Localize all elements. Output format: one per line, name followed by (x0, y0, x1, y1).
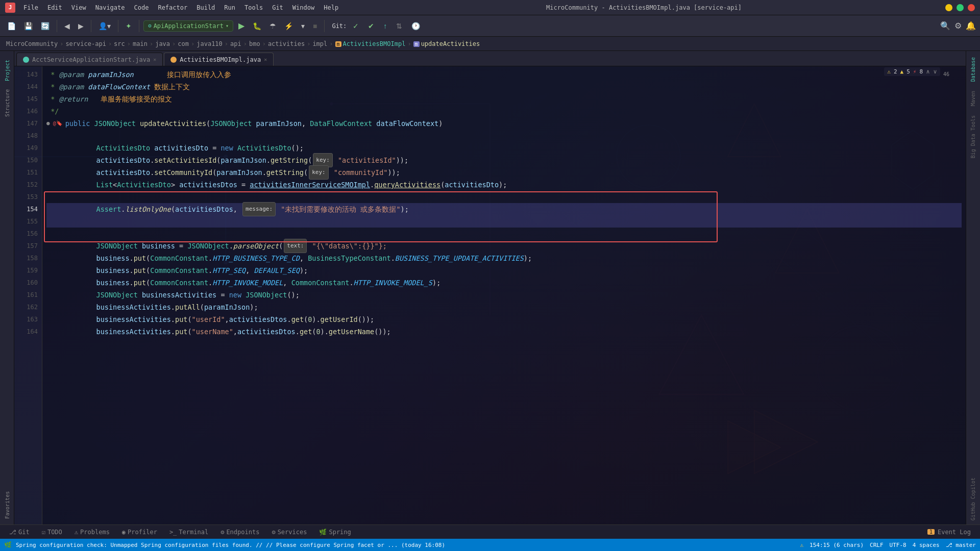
run-button[interactable]: ▶ (235, 19, 248, 33)
sidebar-item-favorites[interactable]: Favorites (1, 490, 13, 520)
code-line-163: businessActivities . put ( "userId" , ac… (46, 313, 962, 325)
git-check-2[interactable]: ✔ (365, 19, 377, 33)
status-line-separator[interactable]: CRLF (870, 542, 884, 548)
type-list-152: List (96, 179, 113, 191)
status-git-branch[interactable]: ⎇ master (946, 542, 976, 548)
var-activitiesdtos-164: activitiesDtos (237, 325, 296, 338)
stop-button[interactable]: ■ (310, 19, 320, 33)
method-updateactivities: updateActivities (140, 117, 206, 130)
code-editor[interactable]: 143 144 145 146 147 148 149 150 151 152 … (14, 66, 966, 524)
bottom-tab-spring[interactable]: 🌿 Spring (314, 528, 356, 537)
close-button[interactable] (968, 4, 975, 11)
breadcrumb-api[interactable]: api (230, 40, 241, 47)
breadcrumb-main[interactable]: main (133, 40, 148, 47)
status-indent[interactable]: 4 spaces (913, 542, 940, 548)
right-sidebar-maven[interactable]: Maven (968, 87, 978, 110)
run-configuration[interactable]: ⚙ ApiApplicationStart ▾ (143, 20, 233, 32)
breadcrumb-impl[interactable]: impl (312, 40, 327, 47)
tab-acct[interactable]: AcctServiceApplicationStart.java ✕ (16, 53, 163, 66)
menu-navigate[interactable]: Navigate (91, 3, 129, 12)
right-sidebar-copilot[interactable]: GitHub Copilot (968, 473, 978, 524)
settings-button[interactable]: ⚙ (954, 21, 962, 31)
status-branch-name: master (955, 542, 976, 548)
type-activitiesdto-2: ActivitiesDto (237, 142, 291, 154)
git-check-1[interactable]: ✓ (350, 19, 362, 33)
bottom-tab-services[interactable]: ⚙ Services (266, 528, 312, 537)
sync-button[interactable]: 🔄 (38, 19, 53, 33)
breadcrumb-activities[interactable]: activities (268, 40, 305, 47)
bottom-tab-profiler[interactable]: ◉ Profiler (117, 528, 162, 537)
line-num-146: 146 (14, 105, 38, 117)
breadcrumb-service-api[interactable]: service-api (65, 40, 106, 47)
bottom-tab-terminal[interactable]: >_ Terminal (164, 528, 213, 537)
git-fetch[interactable]: ⇅ (393, 19, 405, 33)
save-button[interactable]: 💾 (21, 19, 36, 33)
breadcrumb-microcommunity[interactable]: MicroCommunity (6, 40, 58, 47)
more-run-button[interactable]: ▾ (298, 19, 308, 33)
paren-163b: ( (304, 313, 308, 325)
bottom-tab-problems[interactable]: ⚠ Problems (69, 528, 115, 537)
notifications-button[interactable]: 🔔 (966, 21, 976, 31)
line-num-152: 152 (14, 179, 38, 191)
menu-window[interactable]: Window (288, 3, 318, 12)
menu-run[interactable]: Run (220, 3, 239, 12)
search-button[interactable]: 🔍 (940, 21, 950, 31)
call-149: (); (291, 142, 304, 154)
menu-tools[interactable]: Tools (240, 3, 267, 12)
line-num-157: 157 (14, 240, 38, 252)
minimize-button[interactable] (945, 4, 952, 11)
right-sidebar-bigdata[interactable]: Big Data Tools (968, 111, 978, 162)
tab-activities-close[interactable]: ✕ (264, 57, 267, 62)
dot-151: . (150, 166, 154, 179)
paren-164c: ). (321, 325, 329, 338)
line-num-154: 154 (14, 203, 38, 215)
menu-git[interactable]: Git (268, 3, 287, 12)
breadcrumb-com[interactable]: com (178, 40, 189, 47)
new-file-button[interactable]: 📄 (4, 19, 19, 33)
indent-151 (46, 166, 96, 179)
code-return-tag: @return (59, 93, 88, 105)
git-status: Git: ✓ ✔ ↑ ⇅ 🕐 (332, 19, 423, 33)
bottom-tab-endpoints[interactable]: ⚙ Endpoints (215, 528, 264, 537)
breadcrumb-java110[interactable]: java110 (197, 40, 223, 47)
indent-160 (46, 277, 96, 289)
git-push[interactable]: ↑ (380, 19, 390, 33)
menu-edit[interactable]: Edit (43, 3, 66, 12)
coverage-button[interactable]: ☂ (266, 19, 279, 33)
menu-file[interactable]: File (19, 3, 42, 12)
breadcrumb-bmo[interactable]: bmo (249, 40, 260, 47)
breadcrumb-src[interactable]: src (114, 40, 125, 47)
menu-build[interactable]: Build (192, 3, 219, 12)
prev-error-button[interactable]: ∧ (926, 68, 930, 75)
breadcrumb-class[interactable]: mActivitiesBMOImpl (335, 40, 406, 47)
right-sidebar-database[interactable]: Database (968, 53, 978, 86)
separator-4 (139, 20, 139, 32)
menu-bar: File Edit View Navigate Code Refactor Bu… (19, 3, 342, 12)
git-history[interactable]: 🕐 (408, 19, 423, 33)
forward-button[interactable]: ▶ (75, 19, 87, 33)
nav-dropdown[interactable]: 👤▾ (95, 19, 114, 33)
bottom-tab-todo[interactable]: ☑ TODO (37, 528, 67, 537)
back-button[interactable]: ◀ (61, 19, 73, 33)
profile-button[interactable]: ⚡ (281, 19, 296, 33)
menu-code[interactable]: Code (130, 3, 153, 12)
menu-refactor[interactable]: Refactor (154, 3, 191, 12)
status-spring-message[interactable]: Spring configuration check: Unmapped Spr… (16, 542, 445, 548)
status-encoding[interactable]: UTF-8 (890, 542, 906, 548)
breadcrumb-method[interactable]: mupdateActivities (413, 40, 480, 47)
tab-acct-close[interactable]: ✕ (153, 57, 156, 62)
tab-activities[interactable]: ActivitiesBMOImpl.java ✕ (164, 53, 274, 66)
breadcrumb-java[interactable]: java (155, 40, 170, 47)
maximize-button[interactable] (957, 4, 964, 11)
menu-help[interactable]: Help (320, 3, 342, 12)
sidebar-item-project[interactable]: Project (1, 55, 13, 86)
bottom-tab-eventlog[interactable]: 1 Event Log (922, 528, 976, 537)
bookmark-button[interactable]: ✦ (122, 19, 135, 33)
next-error-button[interactable]: ∨ (933, 68, 937, 75)
sidebar-item-structure[interactable]: Structure (1, 88, 13, 118)
debug-button[interactable]: 🐛 (250, 19, 264, 33)
status-position[interactable]: 154:15 (6 chars) (810, 542, 864, 548)
menu-view[interactable]: View (67, 3, 90, 12)
bottom-tab-git[interactable]: ⎇ Git (4, 528, 35, 537)
line-num-144: 144 (14, 81, 38, 93)
